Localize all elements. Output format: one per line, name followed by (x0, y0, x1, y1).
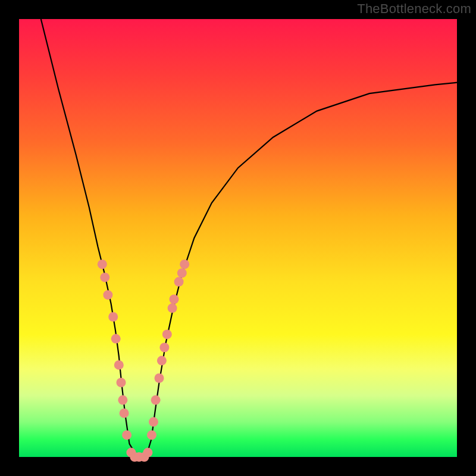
data-marker (114, 360, 124, 369)
data-marker (122, 430, 131, 440)
data-marker (157, 356, 167, 365)
data-marker (174, 277, 184, 287)
data-marker (159, 343, 169, 352)
data-marker (108, 312, 118, 322)
data-marker (162, 330, 172, 339)
data-marker (151, 395, 161, 405)
data-marker (118, 395, 127, 405)
plot-area (19, 19, 457, 457)
data-marker (98, 259, 107, 269)
data-marker (177, 268, 187, 278)
data-marker (155, 374, 164, 383)
data-marker (117, 378, 126, 387)
data-marker (170, 295, 179, 304)
data-marker (111, 334, 121, 343)
data-marker (180, 259, 189, 269)
chart-svg (19, 19, 457, 457)
data-marker (120, 408, 129, 418)
data-marker (100, 273, 109, 282)
data-marker (143, 448, 152, 458)
data-marker (168, 303, 177, 313)
bottleneck-curve (41, 19, 457, 457)
watermark-text: TheBottleneck.com (357, 1, 471, 17)
data-marker (149, 417, 158, 427)
data-marker (103, 290, 112, 300)
data-marker (147, 430, 156, 440)
marker-group (98, 259, 189, 462)
chart-frame: TheBottleneck.com (0, 0, 476, 476)
